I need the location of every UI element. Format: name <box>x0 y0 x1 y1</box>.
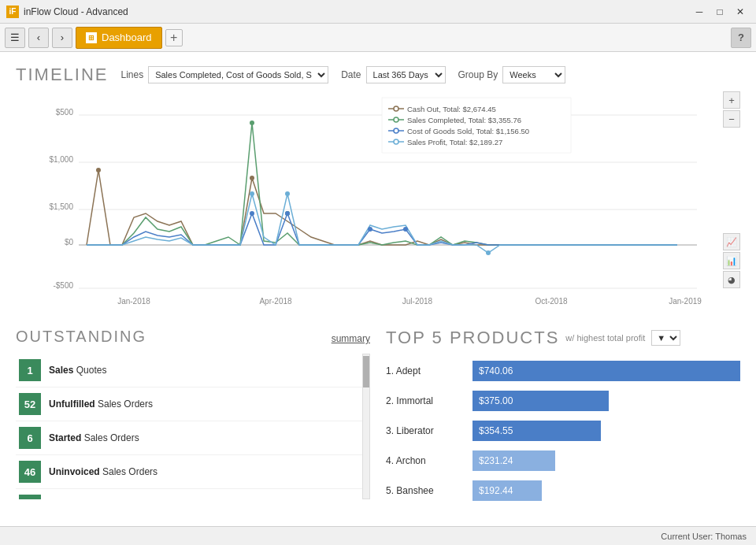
product-bar: $740.06 <box>472 361 740 381</box>
list-item[interactable]: 6 Started Sales Orders <box>16 421 362 455</box>
svg-text:Apr-2018: Apr-2018 <box>259 297 292 306</box>
svg-point-22 <box>368 227 372 232</box>
svg-point-25 <box>285 191 290 196</box>
new-tab-button[interactable]: + <box>165 29 183 46</box>
products-list: 1. Adept $740.06 2. Immortal $375.00 3. … <box>386 358 740 504</box>
svg-text:Jan-2018: Jan-2018 <box>117 297 150 306</box>
svg-point-24 <box>250 191 254 196</box>
svg-point-21 <box>285 211 290 216</box>
svg-text:$0: $0 <box>65 238 74 247</box>
outstanding-badge: 6 <box>19 427 41 449</box>
svg-text:$1,500: $1,500 <box>49 202 73 211</box>
scrollbar-track[interactable] <box>362 354 370 499</box>
top5-header: TOP 5 PRODUCTS w/ highest total profit ▼ <box>386 328 740 348</box>
outstanding-badge: 46 <box>19 461 41 483</box>
list-item[interactable]: 1 Sales Quotes <box>16 354 362 387</box>
list-item: 4. Archon $231.24 <box>386 447 740 474</box>
list-item: 3. Liberator $354.55 <box>386 417 740 444</box>
timeline-header: TIMELINE Lines Sales Completed, Cost of … <box>16 65 740 85</box>
summary-link[interactable]: summary <box>332 333 370 344</box>
svg-text:$1,000: $1,000 <box>49 155 73 164</box>
product-name: 1. Adept <box>386 365 465 376</box>
product-name: 3. Liberator <box>386 425 465 436</box>
product-value: $375.00 <box>479 395 513 406</box>
outstanding-badge: 1 <box>19 359 41 381</box>
window-title: inFlow Cloud - Advanced <box>24 6 128 17</box>
forward-button[interactable]: › <box>52 28 72 48</box>
dashboard-tab[interactable]: ⊞ Dashboard <box>76 27 162 49</box>
product-bar: $231.24 <box>472 450 555 471</box>
svg-point-35 <box>394 128 398 133</box>
svg-text:Cash Out, Total: $2,674.45: Cash Out, Total: $2,674.45 <box>407 105 496 113</box>
svg-text:Jan-2019: Jan-2019 <box>669 297 702 306</box>
tab-label: Dashboard <box>102 32 152 43</box>
minimize-button[interactable]: ─ <box>690 4 709 20</box>
product-name: 2. Immortal <box>386 395 465 406</box>
svg-point-17 <box>250 176 254 180</box>
svg-point-32 <box>394 117 398 122</box>
groupby-dropdown[interactable]: Weeks <box>502 66 565 83</box>
product-value: $354.55 <box>479 425 513 436</box>
svg-point-20 <box>250 211 254 216</box>
outstanding-text: Uninvoiced Sales Orders <box>49 466 158 477</box>
line-chart-button[interactable]: 📈 <box>723 233 740 250</box>
outstanding-header: OUTSTANDING summary <box>16 328 370 346</box>
svg-text:$500: $500 <box>56 108 74 117</box>
chart-container: $500 $1,000 $1,500 $0 -$500 Jan-2018 Apr… <box>16 91 740 312</box>
product-value: $231.24 <box>479 455 513 466</box>
product-value: $740.06 <box>479 365 513 376</box>
outstanding-section: OUTSTANDING summary 1 Sales Quotes 52 Un… <box>16 328 370 501</box>
groupby-control: Group By Weeks <box>458 66 566 83</box>
svg-point-29 <box>394 106 398 111</box>
svg-text:Oct-2018: Oct-2018 <box>535 297 568 306</box>
product-bar: $192.44 <box>472 480 542 501</box>
svg-text:Jul-2018: Jul-2018 <box>402 297 433 306</box>
timeline-chart: $500 $1,000 $1,500 $0 -$500 Jan-2018 Apr… <box>16 91 740 312</box>
svg-text:Sales Profit, Total: $2,189.27: Sales Profit, Total: $2,189.27 <box>407 138 502 146</box>
product-name: 5. Banshee <box>386 485 465 496</box>
svg-point-18 <box>250 120 254 125</box>
list-item[interactable]: 3 Unpaid Sales Orders <box>16 489 362 499</box>
chart-zoom-buttons: + − <box>723 91 740 128</box>
outstanding-list-wrapper: 1 Sales Quotes 52 Unfulfilled Sales Orde… <box>16 354 370 499</box>
list-item[interactable]: 52 Unfulfilled Sales Orders <box>16 387 362 421</box>
list-item: 5. Banshee $192.44 <box>386 477 740 504</box>
product-name: 4. Archon <box>386 455 465 466</box>
bar-chart-button[interactable]: 📊 <box>723 252 740 269</box>
help-button[interactable]: ? <box>731 28 751 48</box>
scrollbar-thumb <box>363 356 369 387</box>
date-dropdown[interactable]: Last 365 Days <box>366 66 446 83</box>
product-value: $192.44 <box>479 485 513 496</box>
close-button[interactable]: ✕ <box>731 4 750 20</box>
list-item[interactable]: 46 Uninvoiced Sales Orders <box>16 455 362 489</box>
app-icon: iF <box>6 6 19 18</box>
pie-chart-button[interactable]: ◕ <box>723 271 740 288</box>
product-bar: $375.00 <box>472 391 609 411</box>
svg-text:Cost of Goods Sold, Total: $1,: Cost of Goods Sold, Total: $1,156.50 <box>407 127 529 135</box>
date-control: Date Last 365 Days <box>341 66 445 83</box>
toolbar: ☰ ‹ › ⊞ Dashboard + ? <box>0 24 756 52</box>
zoom-out-button[interactable]: − <box>723 110 740 128</box>
list-item: 1. Adept $740.06 <box>386 358 740 384</box>
product-bar-container: $740.06 <box>472 361 740 381</box>
zoom-in-button[interactable]: + <box>723 91 740 109</box>
bottom-sections: OUTSTANDING summary 1 Sales Quotes 52 Un… <box>16 328 740 501</box>
svg-text:Sales Completed, Total: $3,355: Sales Completed, Total: $3,355.76 <box>407 116 521 124</box>
top5-dropdown[interactable]: ▼ <box>651 330 680 346</box>
lines-label: Lines <box>120 69 143 80</box>
top5-section: TOP 5 PRODUCTS w/ highest total profit ▼… <box>386 328 740 501</box>
menu-button[interactable]: ☰ <box>5 28 25 48</box>
back-button[interactable]: ‹ <box>28 28 49 48</box>
lines-dropdown[interactable]: Sales Completed, Cost of Goods Sold, S <box>148 66 328 83</box>
svg-point-23 <box>403 227 408 232</box>
top5-title: TOP 5 PRODUCTS <box>386 328 559 348</box>
maximize-button[interactable]: □ <box>710 4 729 20</box>
product-bar: $354.55 <box>472 421 601 441</box>
svg-text:-$500: -$500 <box>53 281 73 290</box>
product-bar-container: $192.44 <box>472 480 740 501</box>
top5-subtitle: w/ highest total profit <box>565 333 645 343</box>
current-user: Thomas <box>715 532 747 541</box>
status-label: Current User: Thomas <box>661 532 747 541</box>
outstanding-text: Unfulfilled Sales Orders <box>49 399 153 410</box>
status-bar: Current User: Thomas <box>0 526 756 545</box>
